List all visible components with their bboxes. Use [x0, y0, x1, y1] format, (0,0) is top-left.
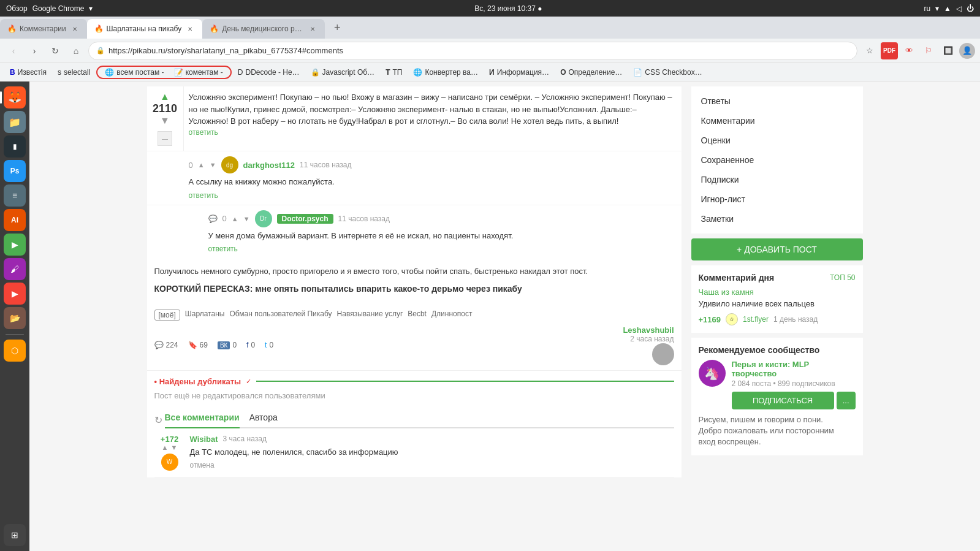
- comment-2-reply[interactable]: ответить: [208, 245, 238, 253]
- bookmark-vsem[interactable]: 🌐 всем постам -: [100, 67, 169, 78]
- dock-filemanager[interactable]: 📂: [4, 307, 26, 329]
- dropdown-arrow[interactable]: ▾: [89, 4, 93, 13]
- vk-stat[interactable]: ВК 0: [218, 341, 237, 349]
- menu-item-saved[interactable]: Сохраненное: [691, 150, 863, 170]
- post-stats: 💬 224 🔖 69 ВК 0: [154, 341, 623, 349]
- tag-vesbt[interactable]: Весbt: [408, 310, 427, 321]
- bookmark-opredelenie[interactable]: О Определение…: [555, 67, 627, 78]
- tab-all-comments[interactable]: Все комментарии: [165, 412, 240, 428]
- add-post-button[interactable]: + ДОБАВИТЬ ПОСТ: [691, 238, 863, 260]
- overview-label[interactable]: Обзор: [6, 4, 28, 13]
- duplicates-header[interactable]: • Найдены дубликаты ✓: [154, 377, 674, 386]
- tag-mine[interactable]: [моё]: [154, 310, 180, 321]
- post-author-name[interactable]: Leshavshubil: [623, 325, 674, 335]
- menu-item-ratings[interactable]: Оценки: [691, 131, 863, 150]
- bookmark-tp[interactable]: Т ТП: [381, 67, 407, 78]
- tag-obman[interactable]: Обман пользователей Пикабу: [229, 310, 332, 321]
- comment-day-user[interactable]: 1st.flyer: [743, 315, 769, 324]
- duplicates-title: • Найдены дубликаты: [154, 377, 241, 386]
- subscribe-more-button[interactable]: ...: [837, 392, 856, 409]
- comment-upvote-icon[interactable]: ▲: [162, 444, 169, 451]
- comment-1-downvote-icon[interactable]: ▼: [210, 161, 216, 169]
- back-button[interactable]: ‹: [5, 42, 22, 59]
- tag-navyaz[interactable]: Навязывание услуг: [337, 310, 403, 321]
- bookmark-star-icon[interactable]: ☆: [861, 42, 878, 59]
- post-top-text: Усложняю эксперимент! Покупаю – но пью! …: [189, 91, 677, 127]
- extension-2-icon[interactable]: 👁: [900, 42, 917, 59]
- comment-list-reply[interactable]: отмена: [190, 461, 215, 469]
- comment-2-downvote-icon[interactable]: ▼: [243, 215, 250, 222]
- bookmark-info[interactable]: И Информация…: [484, 67, 554, 78]
- dock-orange[interactable]: ⬡: [4, 340, 26, 362]
- comment-list-avatar: W: [161, 454, 178, 471]
- fb-stat[interactable]: f 0: [246, 341, 255, 349]
- upvote-arrow-icon[interactable]: ▲: [160, 91, 170, 102]
- home-button[interactable]: ⌂: [67, 42, 85, 59]
- tag-charlatans[interactable]: Шарлатаны: [185, 310, 225, 321]
- top50-link[interactable]: ТОП 50: [830, 273, 855, 282]
- menu-item-answers[interactable]: Ответы: [691, 91, 863, 111]
- dock-text[interactable]: ≡: [4, 184, 26, 207]
- bookmark-converter[interactable]: 🌐 Конвертер ва…: [408, 67, 483, 78]
- menu-item-comments[interactable]: Комментарии: [691, 111, 863, 131]
- power-icon[interactable]: ⏻: [967, 4, 974, 13]
- subscribe-button[interactable]: ПОДПИСАТЬСЯ: [732, 392, 834, 409]
- bookmark-javascript[interactable]: 🔒 Javascript Об…: [306, 67, 380, 78]
- comment-list-username[interactable]: Wisibat: [190, 435, 218, 444]
- lang-indicator[interactable]: ru: [924, 4, 930, 13]
- topbar-center: Вс, 23 июня 10:37 ●: [474, 4, 542, 13]
- menu-item-notes[interactable]: Заметки: [691, 209, 863, 229]
- tag-dlinniy[interactable]: Длиннопост: [431, 310, 472, 321]
- comment-1-reply[interactable]: ответить: [189, 191, 218, 200]
- browser-name: Google Chrome: [32, 4, 85, 13]
- comment-1-upvote-icon[interactable]: ▲: [198, 161, 205, 169]
- menu-item-subscriptions[interactable]: Подписки: [691, 170, 863, 189]
- tab-1[interactable]: 🔥 Комментарии ✕: [0, 19, 87, 39]
- downvote-arrow-icon[interactable]: ▼: [160, 115, 170, 126]
- comment-1-user[interactable]: darkghost112: [243, 161, 295, 170]
- tab-2[interactable]: 🔥 Шарлатаны на пикабу ✕: [87, 19, 203, 39]
- dock-terminal[interactable]: ▮: [4, 135, 26, 158]
- rec-community-name[interactable]: Перья и кисти: MLP творчество: [732, 360, 856, 378]
- dock-ai[interactable]: Ai: [4, 209, 26, 231]
- dock-firefox[interactable]: 🦊: [4, 86, 26, 108]
- bookmark-selectall[interactable]: s selectall: [53, 67, 95, 78]
- extension-3-icon[interactable]: ⚐: [920, 42, 937, 59]
- bookmark-css[interactable]: 📄 CSS Checkbox…: [628, 67, 707, 78]
- dock-ps[interactable]: Ps: [4, 160, 26, 182]
- comment-day-title-link[interactable]: Чаша из камня: [699, 287, 856, 297]
- bookmark-ddecode[interactable]: D DDecode - Не…: [233, 67, 305, 78]
- dock-grid[interactable]: ⊞: [4, 524, 26, 546]
- saves-icon: 🔖: [188, 341, 197, 349]
- comment-downvote-icon[interactable]: ▼: [171, 444, 178, 451]
- reply-btn-top[interactable]: ответить: [189, 128, 218, 137]
- comment-2-user-badge[interactable]: Doctor.psych: [277, 214, 333, 224]
- reload-button[interactable]: ↻: [47, 42, 64, 59]
- bookmark-komentam[interactable]: 📝 коментам -: [169, 67, 228, 78]
- new-tab-button[interactable]: +: [327, 19, 347, 36]
- comment-2-container: 💬 0 ▲ ▼ Dr Doctor.psych 11 часов назад У…: [147, 205, 682, 259]
- minus-icon[interactable]: —: [158, 131, 172, 146]
- forward-button[interactable]: ›: [26, 42, 43, 59]
- comment-2-upvote-icon[interactable]: ▲: [232, 215, 238, 222]
- tab-1-close[interactable]: ✕: [70, 24, 80, 34]
- dock-files[interactable]: 📁: [4, 111, 26, 133]
- dock-green[interactable]: ▶: [4, 234, 26, 256]
- extension-4-icon[interactable]: 🔲: [940, 42, 957, 59]
- extension-1-icon[interactable]: PDF: [881, 42, 898, 59]
- url-bar[interactable]: 🔒 https://pikabu.ru/story/sharlatanyi_na…: [88, 42, 857, 60]
- dropdown-lang-icon[interactable]: ▾: [935, 4, 939, 13]
- tw-stat[interactable]: t 0: [265, 341, 273, 349]
- tab-author-comments[interactable]: Автора: [249, 412, 278, 422]
- dock-video[interactable]: ▶: [4, 283, 26, 305]
- tab-3[interactable]: 🔥 День медицинского раб… ✕: [202, 19, 325, 39]
- post-author-avatar: [652, 343, 674, 365]
- tab-3-close[interactable]: ✕: [308, 24, 317, 34]
- dock-paint[interactable]: 🖌: [4, 258, 26, 280]
- bookmark-izvestia[interactable]: В Извєстія: [5, 67, 51, 78]
- menu-item-ignorelist[interactable]: Игнор-лист: [691, 189, 863, 209]
- user-avatar-icon[interactable]: 👤: [959, 43, 975, 59]
- tab-2-close[interactable]: ✕: [185, 24, 195, 34]
- bookmark-info-label: Информация…: [497, 68, 549, 77]
- refresh-icon[interactable]: ↻: [154, 414, 162, 426]
